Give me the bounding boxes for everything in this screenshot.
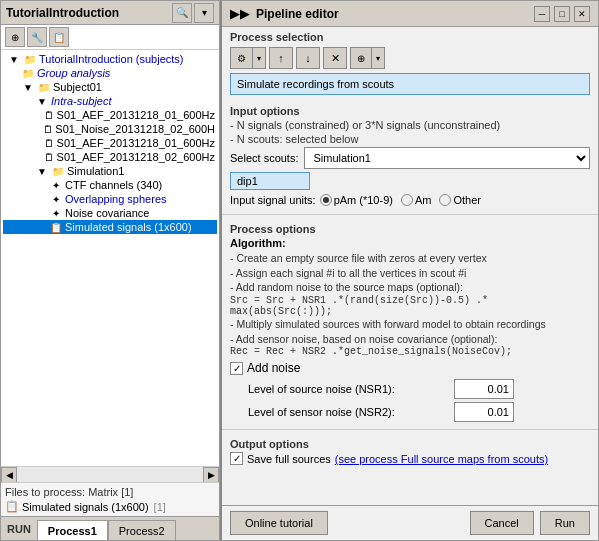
tree-label: S01_AEF_20131218_02_600Hz	[57, 151, 215, 163]
pipeline-editor: ▶▶ Pipeline editor ─ □ ✕ Process selecti…	[220, 0, 599, 541]
tree-node-s01-1[interactable]: 🗒 S01_AEF_20131218_01_600Hz	[3, 108, 217, 122]
expand-icon: ▼	[21, 82, 35, 93]
online-tutorial-button[interactable]: Online tutorial	[230, 511, 328, 535]
scouts-value-row: dip1	[230, 172, 590, 190]
scroll-right-btn[interactable]: ▶	[203, 467, 219, 483]
output-options-label: Output options	[230, 434, 590, 452]
radio-other[interactable]: Other	[439, 194, 481, 206]
tree-dropdown-btn[interactable]: ▾	[371, 47, 385, 69]
tree-label: Group analysis	[37, 67, 110, 79]
radio-pam[interactable]: pAm (*10-9)	[320, 194, 393, 206]
add-noise-label: Add noise	[247, 361, 300, 375]
expand-icon: ▼	[35, 96, 49, 107]
radio-pam-dot	[320, 194, 332, 206]
tree-label: CTF channels (340)	[65, 179, 162, 191]
tree-node-root[interactable]: ▼ 📁 TutorialIntroduction (subjects)	[3, 52, 217, 66]
tree-node-intra[interactable]: ▼ Intra-subject	[3, 94, 217, 108]
tree-node-subject01[interactable]: ▼ 📁 Subject01	[3, 80, 217, 94]
close-button[interactable]: ✕	[574, 6, 590, 22]
file-icon: 🗒	[43, 110, 55, 121]
tab-process1[interactable]: Process1	[37, 520, 108, 540]
radio-am[interactable]: Am	[401, 194, 432, 206]
tree-label: Noise covariance	[65, 207, 149, 219]
nsr2-input[interactable]	[454, 402, 514, 422]
tree-combo-btn[interactable]: ⊕ ▾	[350, 47, 385, 69]
process-options-section: Process options Algorithm: - Create an e…	[222, 214, 598, 429]
add-noise-checkbox[interactable]	[230, 362, 243, 375]
algo-code-1: Rec = Rec + NSR2 .*get_noise_signals(Noi…	[230, 346, 590, 357]
toolbar-icon-3[interactable]: 📋	[49, 27, 69, 47]
algo-line-2: - Add random noise to the source maps (o…	[230, 280, 590, 295]
dropdown-arrow-icon[interactable]: ▾	[194, 3, 214, 23]
nsr1-row: Level of source noise (NSR1):	[248, 379, 590, 399]
pipeline-icon: ▶▶	[230, 6, 250, 21]
tree-node-overlapping[interactable]: ✦ Overlapping spheres	[3, 192, 217, 206]
process-selection-section: Process selection ⚙ ▾ ↑ ↓ ✕ ⊕ ▾ Simulate…	[222, 27, 598, 97]
file-item-icon: 📋	[5, 500, 19, 513]
cancel-button[interactable]: Cancel	[470, 511, 534, 535]
scroll-track[interactable]	[17, 467, 203, 482]
radio-am-dot	[401, 194, 413, 206]
algorithm-label: Algorithm:	[230, 237, 590, 249]
move-up-btn[interactable]: ↑	[269, 47, 293, 69]
units-row: Input signal units: pAm (*10-9) Am Other	[230, 194, 590, 206]
data-icon: ✦	[49, 194, 63, 205]
process-list-item[interactable]: Simulate recordings from scouts	[230, 73, 590, 95]
gear-main-btn[interactable]: ⚙	[230, 47, 252, 69]
left-panel: TutorialIntroduction 🔍 ▾ ⊕ 🔧 📋 ▼ 📁 Tutor…	[0, 0, 220, 541]
scouts-select-dropdown[interactable]: Simulation1	[304, 147, 590, 169]
nsr2-label: Level of sensor noise (NSR2):	[248, 406, 448, 418]
tree-node-simulation1[interactable]: ▼ 📁 Simulation1	[3, 164, 217, 178]
delete-btn[interactable]: ✕	[323, 47, 347, 69]
folder-icon: 📁	[51, 166, 65, 177]
file-item-label: Simulated signals (1x600)	[22, 501, 149, 513]
tree-label: S01_AEF_20131218_01_600Hz	[57, 109, 215, 121]
bottom-tabs: RUN Process1 Process2	[1, 516, 219, 540]
horizontal-scrollbar[interactable]: ◀ ▶	[1, 466, 219, 482]
search-icon[interactable]: 🔍	[172, 3, 192, 23]
save-full-note: (see process Full source maps from scout…	[335, 453, 548, 465]
right-buttons: Cancel Run	[470, 511, 590, 535]
scroll-left-btn[interactable]: ◀	[1, 467, 17, 483]
tree-label: Intra-subject	[51, 95, 112, 107]
file-item-badge: [1]	[154, 501, 166, 513]
minimize-button[interactable]: ─	[534, 6, 550, 22]
tree-node-s01-3[interactable]: 🗒 S01_AEF_20131218_01_600Hz	[3, 136, 217, 150]
gear-icon: ⚙	[237, 53, 246, 64]
radio-other-label: Other	[453, 194, 481, 206]
tree-node-noise[interactable]: ✦ Noise covariance	[3, 206, 217, 220]
tree-label: S01_Noise_20131218_02_600H	[55, 123, 215, 135]
gear-dropdown-btn[interactable]: ▾	[252, 47, 266, 69]
output-options-section: Output options Save full sources (see pr…	[222, 429, 598, 469]
add-noise-row: Add noise	[230, 361, 590, 375]
scouts-field-value[interactable]: dip1	[230, 172, 310, 190]
left-header: TutorialIntroduction 🔍 ▾	[1, 1, 219, 25]
tree-main-btn[interactable]: ⊕	[350, 47, 371, 69]
files-label: Files to process: Matrix [1]	[5, 486, 215, 498]
tree-node-simulated-signals[interactable]: 📋 Simulated signals (1x600)	[3, 220, 217, 234]
units-radio-group: pAm (*10-9) Am Other	[320, 194, 481, 206]
maximize-button[interactable]: □	[554, 6, 570, 22]
bottom-buttons: Online tutorial Cancel Run	[222, 505, 598, 540]
tree-node-s01-4[interactable]: 🗒 S01_AEF_20131218_02_600Hz	[3, 150, 217, 164]
save-full-checkbox[interactable]	[230, 452, 243, 465]
toolbar-icon-2[interactable]: 🔧	[27, 27, 47, 47]
radio-pam-label: pAm (*10-9)	[334, 194, 393, 206]
data-icon: ✦	[49, 208, 63, 219]
select-scouts-label: Select scouts:	[230, 152, 298, 164]
nsr2-row: Level of sensor noise (NSR2):	[248, 402, 590, 422]
move-down-btn[interactable]: ↓	[296, 47, 320, 69]
tab-process2[interactable]: Process2	[108, 520, 176, 540]
tree-label: TutorialIntroduction (subjects)	[39, 53, 184, 65]
tree-label: Overlapping spheres	[65, 193, 167, 205]
process-toolbar: ⚙ ▾ ↑ ↓ ✕ ⊕ ▾	[222, 45, 598, 71]
gear-combo-btn[interactable]: ⚙ ▾	[230, 47, 266, 69]
tree-node-s01-2[interactable]: 🗒 S01_Noise_20131218_02_600H	[3, 122, 217, 136]
input-options-section: Input options - N signals (constrained) …	[222, 97, 598, 214]
nsr1-input[interactable]	[454, 379, 514, 399]
tree-node-group[interactable]: 📁 Group analysis	[3, 66, 217, 80]
tree-node-ctf[interactable]: ✦ CTF channels (340)	[3, 178, 217, 192]
process-options-label: Process options	[230, 219, 590, 237]
run-button[interactable]: Run	[540, 511, 590, 535]
toolbar-icon-1[interactable]: ⊕	[5, 27, 25, 47]
